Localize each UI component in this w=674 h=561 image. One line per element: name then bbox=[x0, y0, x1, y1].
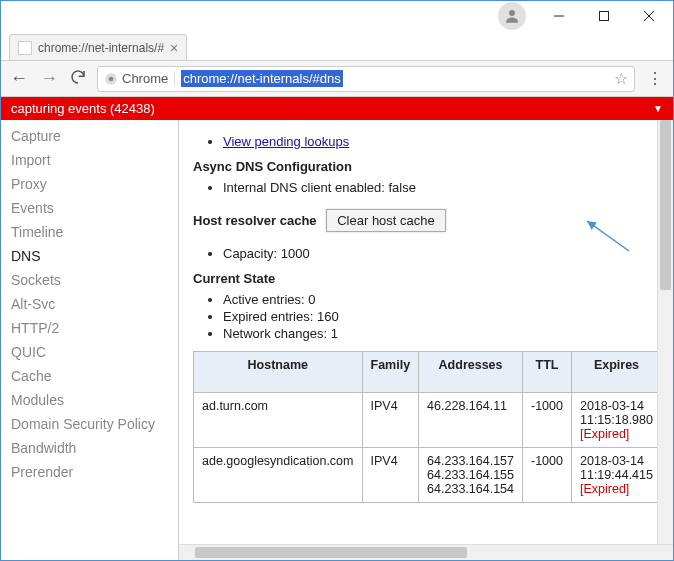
tab-title: chrome://net-internals/# bbox=[38, 41, 164, 55]
table-header: Expires bbox=[571, 352, 657, 393]
svg-rect-2 bbox=[599, 12, 608, 21]
window-minimize-button[interactable] bbox=[536, 2, 581, 30]
table-header: TTL bbox=[523, 352, 572, 393]
browser-toolbar: ← → Chrome chrome://net-internals/#dns ☆… bbox=[1, 61, 673, 97]
tab-favicon bbox=[18, 41, 32, 55]
table-cell: 2018-03-14 11:19:44.415[Expired] bbox=[571, 448, 657, 503]
sidebar-item-http-2[interactable]: HTTP/2 bbox=[1, 316, 178, 340]
address-bar[interactable]: Chrome chrome://net-internals/#dns ☆ bbox=[97, 66, 635, 92]
sidebar-item-prerender[interactable]: Prerender bbox=[1, 460, 178, 484]
state-item: Expired entries: 160 bbox=[223, 309, 643, 324]
capturing-events-bar[interactable]: capturing events (42438) ▼ bbox=[1, 97, 673, 120]
tab-strip: chrome://net-internals/# × bbox=[1, 31, 673, 61]
sidebar-item-alt-svc[interactable]: Alt-Svc bbox=[1, 292, 178, 316]
table-cell: IPV4 bbox=[362, 393, 419, 448]
table-cell: ade.googlesyndication.com bbox=[194, 448, 363, 503]
window-close-button[interactable] bbox=[626, 2, 671, 30]
back-button[interactable]: ← bbox=[9, 68, 29, 89]
browser-menu-button[interactable]: ⋮ bbox=[645, 69, 665, 88]
sidebar-item-sockets[interactable]: Sockets bbox=[1, 268, 178, 292]
table-row: ade.googlesyndication.comIPV464.233.164.… bbox=[194, 448, 658, 503]
sidebar-item-timeline[interactable]: Timeline bbox=[1, 220, 178, 244]
forward-button: → bbox=[39, 68, 59, 89]
table-cell: 46.228.164.11 bbox=[419, 393, 523, 448]
sidebar-nav: CaptureImportProxyEventsTimelineDNSSocke… bbox=[1, 120, 179, 560]
table-cell: 2018-03-14 11:15:18.980[Expired] bbox=[571, 393, 657, 448]
bookmark-star-icon[interactable]: ☆ bbox=[614, 69, 628, 88]
table-cell: IPV4 bbox=[362, 448, 419, 503]
state-item: Active entries: 0 bbox=[223, 292, 643, 307]
host-resolver-cache-label: Host resolver cache bbox=[193, 213, 317, 228]
dns-cache-table: HostnameFamilyAddressesTTLExpiresN cl ad… bbox=[193, 351, 657, 503]
table-cell: -1000 bbox=[523, 393, 572, 448]
capturing-events-text: capturing events (42438) bbox=[11, 101, 155, 116]
table-cell: -1000 bbox=[523, 448, 572, 503]
dropdown-icon[interactable]: ▼ bbox=[653, 103, 663, 114]
svg-point-6 bbox=[109, 76, 114, 81]
window-maximize-button[interactable] bbox=[581, 2, 626, 30]
sidebar-item-bandwidth[interactable]: Bandwidth bbox=[1, 436, 178, 460]
chrome-scheme-badge: Chrome bbox=[104, 71, 175, 86]
tab-close-icon[interactable]: × bbox=[170, 40, 178, 56]
state-item: Network changes: 1 bbox=[223, 326, 643, 341]
window-titlebar bbox=[1, 1, 673, 31]
browser-tab[interactable]: chrome://net-internals/# × bbox=[9, 34, 187, 60]
svg-point-0 bbox=[509, 10, 515, 16]
user-profile-icon[interactable] bbox=[498, 2, 526, 30]
capacity-text: Capacity: 1000 bbox=[223, 246, 643, 261]
table-header: Addresses bbox=[419, 352, 523, 393]
sidebar-item-quic[interactable]: QUIC bbox=[1, 340, 178, 364]
reload-button[interactable] bbox=[69, 68, 87, 90]
sidebar-item-events[interactable]: Events bbox=[1, 196, 178, 220]
table-header: Family bbox=[362, 352, 419, 393]
sidebar-item-import[interactable]: Import bbox=[1, 148, 178, 172]
async-dns-status: Internal DNS client enabled: false bbox=[223, 180, 643, 195]
sidebar-item-domain-security-policy[interactable]: Domain Security Policy bbox=[1, 412, 178, 436]
horizontal-scrollbar[interactable] bbox=[179, 544, 673, 560]
current-state-header: Current State bbox=[193, 271, 643, 286]
table-row: ad.turn.comIPV446.228.164.11-10002018-03… bbox=[194, 393, 658, 448]
view-pending-lookups-link[interactable]: View pending lookups bbox=[223, 134, 349, 149]
table-cell: ad.turn.com bbox=[194, 393, 363, 448]
sidebar-item-modules[interactable]: Modules bbox=[1, 388, 178, 412]
url-text: chrome://net-internals/#dns bbox=[181, 70, 343, 87]
table-header: Hostname bbox=[194, 352, 363, 393]
content-pane: View pending lookups Async DNS Configura… bbox=[179, 120, 657, 523]
async-dns-header: Async DNS Configuration bbox=[193, 159, 643, 174]
sidebar-item-cache[interactable]: Cache bbox=[1, 364, 178, 388]
sidebar-item-capture[interactable]: Capture bbox=[1, 124, 178, 148]
table-cell: 64.233.164.15764.233.164.15564.233.164.1… bbox=[419, 448, 523, 503]
vertical-scrollbar[interactable] bbox=[657, 120, 673, 544]
clear-host-cache-button[interactable]: Clear host cache bbox=[326, 209, 446, 232]
sidebar-item-proxy[interactable]: Proxy bbox=[1, 172, 178, 196]
sidebar-item-dns[interactable]: DNS bbox=[1, 244, 178, 268]
